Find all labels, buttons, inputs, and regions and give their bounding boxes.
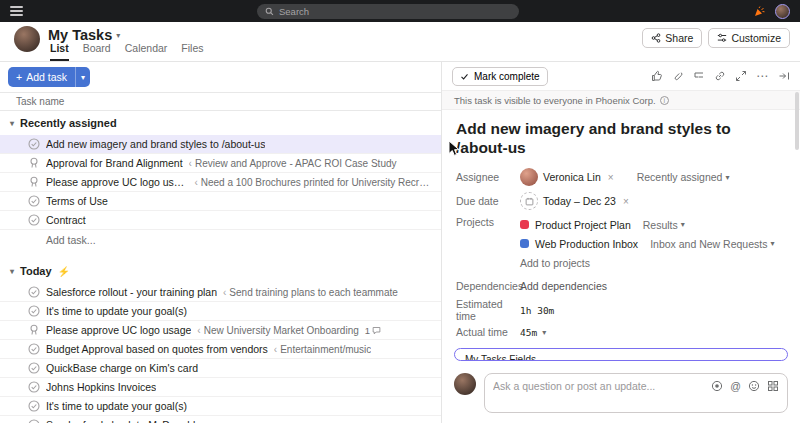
check-circle-icon[interactable]	[28, 138, 40, 150]
parent-task-link[interactable]: New University Market Onboarding	[197, 325, 358, 336]
tab-list[interactable]: List	[50, 42, 69, 61]
detail-toolbar: Mark complete ⋯	[442, 62, 800, 90]
check-circle-icon[interactable]	[28, 419, 40, 423]
attach-icon[interactable]	[672, 70, 684, 82]
task-row[interactable]: Please approve UC logo usage Need a 100 …	[0, 173, 441, 192]
apps-grid-icon[interactable]	[767, 380, 779, 392]
actual-time-value[interactable]: 45m	[520, 327, 537, 338]
task-detail-panel: Mark complete ⋯ This task is visible to …	[442, 62, 800, 423]
due-date-value[interactable]: Today – Dec 23	[543, 195, 616, 207]
share-icon	[651, 33, 661, 43]
task-row[interactable]: QuickBase charge on Kim's card	[0, 359, 441, 378]
check-circle-icon[interactable]	[28, 362, 40, 374]
check-circle-icon[interactable]	[28, 195, 40, 207]
customize-button[interactable]: Customize	[708, 28, 790, 48]
task-row[interactable]: Salesforce rollout - your training plan …	[0, 283, 441, 302]
collapse-panel-icon[interactable]	[778, 70, 790, 82]
task-row[interactable]: Contract	[0, 211, 441, 230]
mention-icon[interactable]	[730, 380, 741, 392]
remove-assignee-icon[interactable]	[606, 172, 616, 183]
add-task-inline[interactable]: Add task...	[0, 230, 441, 249]
check-circle-icon[interactable]	[28, 381, 40, 393]
parent-task-link[interactable]: Entertainment/music	[274, 344, 372, 355]
mark-complete-button[interactable]: Mark complete	[452, 67, 548, 86]
estimated-time-value[interactable]: 1h 30m	[520, 305, 554, 316]
task-row[interactable]: Please approve UC logo usage New Univers…	[0, 321, 441, 340]
tab-calendar[interactable]: Calendar	[125, 42, 168, 61]
calendar-icon[interactable]	[520, 192, 538, 210]
add-to-projects-link[interactable]: Add to projects	[520, 254, 774, 271]
task-row[interactable]: Terms of Use	[0, 192, 441, 211]
project-color-dot	[520, 220, 529, 229]
check-circle-icon[interactable]	[28, 286, 40, 298]
project-name[interactable]: Product Project Plan	[535, 219, 631, 231]
section-collapse-icon[interactable]	[10, 267, 14, 276]
task-row[interactable]: It's time to update your goal(s)	[0, 397, 441, 416]
task-row[interactable]: It's time to update your goal(s)	[0, 302, 441, 321]
task-title: Please approve UC logo usage	[46, 324, 191, 336]
parent-task-link[interactable]: Send training plans to each teammate	[223, 287, 398, 298]
assignee-avatar[interactable]	[520, 168, 538, 186]
my-tasks-avatar[interactable]	[14, 26, 40, 52]
check-circle-icon[interactable]	[28, 305, 40, 317]
task-row[interactable]: Johns Hopkins Invoices	[0, 378, 441, 397]
user-avatar[interactable]	[775, 4, 790, 19]
approval-icon[interactable]	[28, 157, 40, 169]
section-collapse-icon[interactable]	[10, 119, 14, 128]
tab-files[interactable]: Files	[181, 42, 203, 61]
share-button[interactable]: Share	[642, 28, 702, 48]
assignee-group-select[interactable]: Recently assigned	[637, 171, 730, 183]
my-tasks-fields-box: My Tasks Fields Staus Not started Priori…	[454, 348, 788, 361]
task-title: Add new imagery and brand styles to /abo…	[46, 138, 265, 150]
project-item[interactable]: Web Production Inbox Inbox and New Reque…	[520, 235, 774, 252]
task-detail-title[interactable]: Add new imagery and brand styles to /abo…	[442, 110, 800, 165]
check-circle-icon[interactable]	[28, 343, 40, 355]
add-task-button[interactable]: +Add task	[8, 67, 90, 87]
scrollbar-thumb[interactable]	[795, 92, 799, 150]
record-video-icon[interactable]	[711, 380, 723, 392]
task-row[interactable]: Add new imagery and brand styles to /abo…	[0, 135, 441, 154]
project-color-dot	[520, 239, 529, 248]
chevron-down-icon[interactable]	[542, 328, 546, 337]
task-row[interactable]: Send refund check to McDonalds	[0, 416, 441, 423]
add-task-dropdown[interactable]	[75, 67, 90, 87]
task-row[interactable]: Budget Approval based on quotes from ven…	[0, 340, 441, 359]
page-title-row[interactable]: My Tasks	[48, 27, 120, 43]
search-bar[interactable]: Search	[257, 4, 519, 19]
info-icon[interactable]	[660, 96, 669, 105]
hamburger-menu-icon[interactable]	[10, 6, 23, 16]
estimated-time-label: Estimated time	[456, 298, 520, 322]
parent-task-link[interactable]: Need a 100 Brochures printed for Univers…	[194, 177, 433, 188]
approval-icon[interactable]	[28, 176, 40, 188]
section-today[interactable]: Today ⚡	[0, 259, 441, 283]
assignee-name[interactable]: Veronica Lin	[543, 171, 601, 183]
parent-task-link[interactable]: Review and Approve - APAC ROI Case Study	[189, 158, 397, 169]
task-title: Please approve UC logo usage	[46, 176, 188, 188]
approval-icon[interactable]	[28, 324, 40, 336]
link-icon[interactable]	[714, 70, 726, 82]
tab-board[interactable]: Board	[83, 42, 111, 61]
check-circle-icon[interactable]	[28, 400, 40, 412]
comment-input-box[interactable]	[484, 373, 788, 413]
announcements-icon[interactable]	[753, 5, 766, 18]
comment-input[interactable]	[493, 380, 705, 392]
thumbs-up-icon[interactable]	[651, 70, 663, 82]
remove-due-date-icon[interactable]	[621, 196, 631, 207]
project-name[interactable]: Web Production Inbox	[535, 238, 638, 250]
project-section-select[interactable]: Results	[643, 219, 685, 231]
emoji-icon[interactable]	[748, 380, 760, 392]
project-item[interactable]: Product Project Plan Results	[520, 216, 774, 233]
chevron-down-icon	[81, 73, 85, 82]
plus-icon: +	[16, 71, 22, 83]
more-options-icon[interactable]: ⋯	[756, 71, 769, 81]
task-row[interactable]: Approval for Brand Alignment Review and …	[0, 154, 441, 173]
expand-icon[interactable]	[735, 70, 747, 82]
task-list-scroll[interactable]: Recently assigned Add new imagery and br…	[0, 111, 441, 423]
lightning-icon: ⚡	[58, 266, 70, 277]
section-recently-assigned[interactable]: Recently assigned	[0, 111, 441, 135]
check-circle-icon[interactable]	[28, 214, 40, 226]
project-section-select[interactable]: Inbox and New Requests	[650, 238, 774, 250]
subtask-icon[interactable]	[693, 70, 705, 82]
task-title: Budget Approval based on quotes from ven…	[46, 343, 268, 355]
add-dependencies-link[interactable]: Add dependencies	[520, 280, 607, 292]
